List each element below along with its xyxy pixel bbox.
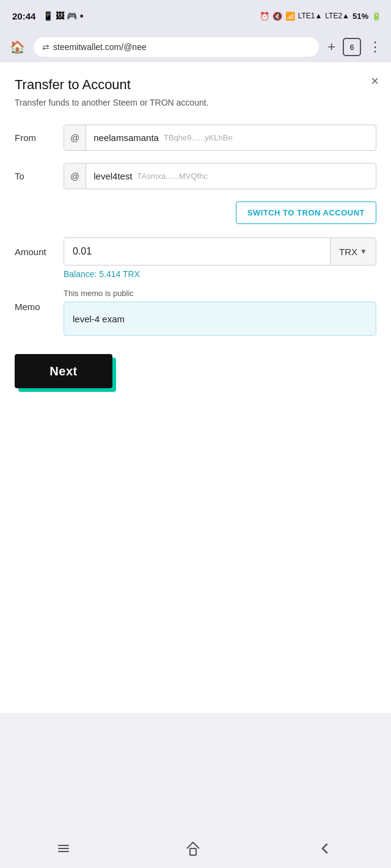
from-account: neelamsamanta bbox=[93, 132, 159, 143]
from-label: From bbox=[15, 132, 57, 143]
currency-selector[interactable]: TRX ▼ bbox=[330, 238, 376, 265]
close-button[interactable]: × bbox=[371, 74, 379, 88]
status-time: 20:44 bbox=[12, 11, 35, 21]
to-at-sign: @ bbox=[64, 164, 86, 189]
amount-field-group: TRX ▼ bbox=[64, 237, 376, 266]
memo-row: Memo bbox=[15, 302, 376, 336]
menu-lines-icon bbox=[58, 845, 69, 852]
wifi-icon: 📶 bbox=[285, 12, 295, 21]
from-row: From @ neelamsamanta TBqhe9......yKLhBe bbox=[15, 125, 376, 151]
amount-row: Amount TRX ▼ bbox=[15, 237, 376, 266]
page-title: Transfer to Account bbox=[15, 77, 376, 93]
url-text: steemitwallet.com/@nee bbox=[53, 42, 147, 52]
memo-input[interactable] bbox=[64, 302, 376, 336]
alarm-icon: ⏰ bbox=[260, 12, 269, 21]
nav-back-button[interactable] bbox=[317, 841, 333, 856]
battery-text: 51% bbox=[353, 12, 368, 21]
game-icon: 🎮 bbox=[67, 11, 77, 21]
next-button[interactable]: Next bbox=[15, 354, 112, 388]
svg-rect-0 bbox=[190, 848, 196, 855]
to-row: To @ level4test TAsmxa......MVQfhc bbox=[15, 163, 376, 189]
memo-public-note: This memo is public bbox=[64, 289, 376, 298]
status-bar: 20:44 📱 🖼 🎮 • ⏰ 🔇 📶 LTE1▲ LTE2▲ 51% 🔋 bbox=[0, 0, 391, 32]
switch-row: SWITCH TO TRON ACCOUNT bbox=[64, 201, 376, 224]
switch-to-tron-button[interactable]: SWITCH TO TRON ACCOUNT bbox=[236, 201, 376, 224]
url-bar[interactable]: ⇄ steemitwallet.com/@nee bbox=[34, 37, 319, 57]
to-field-group[interactable]: @ level4test TAsmxa......MVQfhc bbox=[64, 163, 376, 189]
back-nav-icon bbox=[317, 841, 333, 856]
signal-icon: LTE1▲ bbox=[298, 12, 323, 20]
home-nav-icon bbox=[185, 841, 201, 856]
to-account: level4test bbox=[93, 171, 132, 181]
nav-menu-button[interactable] bbox=[58, 845, 69, 852]
from-hash: TBqhe9......yKLhBe bbox=[164, 133, 233, 142]
status-right-icons: ⏰ 🔇 📶 LTE1▲ LTE2▲ 51% 🔋 bbox=[260, 12, 381, 21]
signal2-icon: LTE2▲ bbox=[325, 12, 349, 20]
browser-menu-button[interactable]: ⋮ bbox=[366, 37, 384, 57]
dot-icon: • bbox=[79, 10, 83, 23]
balance-text: Balance: 5.414 TRX bbox=[64, 269, 376, 279]
main-content: × Transfer to Account Transfer funds to … bbox=[0, 62, 391, 713]
page-subtitle: Transfer funds to another Steem or TRON … bbox=[15, 98, 376, 107]
nav-home-button[interactable] bbox=[185, 841, 201, 856]
next-button-wrapper: Next bbox=[15, 354, 112, 388]
phone-icon: 📱 bbox=[43, 11, 53, 21]
to-hash: TAsmxa......MVQfhc bbox=[137, 172, 208, 181]
home-button[interactable]: 🏠 bbox=[7, 37, 27, 57]
dropdown-arrow-icon: ▼ bbox=[360, 247, 367, 256]
mute-icon: 🔇 bbox=[272, 12, 282, 21]
from-at-sign: @ bbox=[64, 125, 86, 150]
bottom-nav bbox=[0, 829, 391, 868]
to-label: To bbox=[15, 171, 57, 181]
browser-bar: 🏠 ⇄ steemitwallet.com/@nee + 6 ⋮ bbox=[0, 32, 391, 62]
from-field-group: @ neelamsamanta TBqhe9......yKLhBe bbox=[64, 125, 376, 151]
memo-label: Memo bbox=[15, 302, 57, 312]
empty-space bbox=[15, 400, 376, 693]
currency-label: TRX bbox=[339, 247, 357, 257]
gallery-icon: 🖼 bbox=[56, 11, 64, 21]
amount-input[interactable] bbox=[64, 238, 330, 265]
amount-label: Amount bbox=[15, 247, 57, 257]
new-tab-button[interactable]: + bbox=[325, 37, 338, 57]
url-security-icon: ⇄ bbox=[42, 42, 49, 52]
tabs-count-button[interactable]: 6 bbox=[343, 38, 361, 56]
battery-icon: 🔋 bbox=[371, 12, 381, 21]
